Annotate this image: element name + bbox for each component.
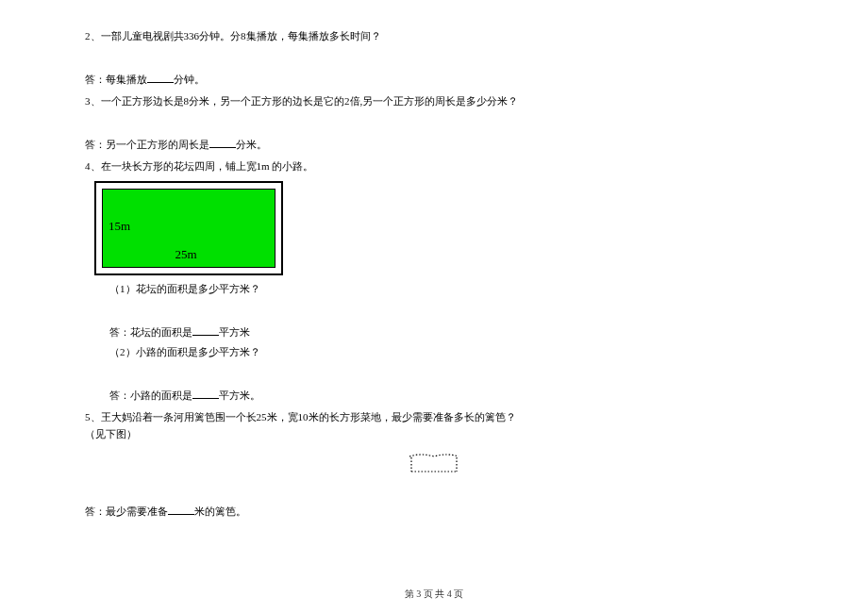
question-3: 3、一个正方形边长是8分米，另一个正方形的边长是它的2倍,另一个正方形的周长是多… [85, 93, 783, 153]
question-5-text: 5、王大妈沿着一条河用篱笆围一个长25米，宽10米的长方形菜地，最少需要准备多长… [85, 409, 783, 426]
question-5-see-below: （见下图） [85, 426, 783, 443]
q3-blank[interactable] [209, 137, 236, 148]
q4-sub1-answer-suffix: 平方米 [219, 326, 250, 338]
dimension-height-label: 15m [108, 217, 130, 237]
question-5: 5、王大妈沿着一条河用篱笆围一个长25米，宽10米的长方形菜地，最少需要准备多长… [85, 409, 783, 520]
question-2: 2、一部儿童电视剧共336分钟。分8集播放，每集播放多长时间？ 答：每集播放分钟… [85, 28, 783, 88]
q2-blank[interactable] [147, 72, 174, 83]
q5-blank[interactable] [168, 504, 194, 515]
q4-sub2-answer-prefix: 答：小路的面积是 [109, 389, 192, 401]
question-2-answer: 答：每集播放分钟。 [85, 72, 783, 89]
question-5-answer: 答：最少需要准备米的篱笆。 [85, 504, 783, 521]
q3-answer-suffix: 分米。 [236, 139, 267, 150]
question-4: 4、在一块长方形的花坛四周，铺上宽1m 的小路。 15m 25m （1）花坛的面… [85, 158, 783, 404]
q5-answer-prefix: 答：最少需要准备 [85, 505, 168, 517]
q4-sub2-answer: 答：小路的面积是平方米。 [85, 388, 783, 405]
garden-inner-rect: 15m 25m [102, 189, 275, 268]
page-footer: 第 3 页 共 4 页 [0, 587, 868, 602]
fence-svg [408, 451, 460, 477]
fence-top-wave [409, 455, 459, 456]
q4-sub1-blank[interactable] [192, 324, 219, 336]
dimension-width-label: 25m [175, 245, 196, 265]
question-3-text: 3、一个正方形边长是8分米，另一个正方形的边长是它的2倍,另一个正方形的周长是多… [85, 93, 783, 110]
q4-sub1-question: （1）花坛的面积是多少平方米？ [85, 281, 783, 298]
q4-sub1-answer: 答：花坛的面积是平方米 [85, 324, 783, 341]
q2-answer-suffix: 分钟。 [174, 74, 205, 85]
q4-sub1-answer-prefix: 答：花坛的面积是 [109, 326, 192, 338]
q3-answer-prefix: 答：另一个正方形的周长是 [85, 139, 209, 150]
q4-sub2-blank[interactable] [192, 388, 219, 399]
fence-diagram [408, 451, 460, 477]
q4-sub2-answer-suffix: 平方米。 [219, 389, 260, 401]
q5-answer-suffix: 米的篱笆。 [194, 505, 246, 517]
q2-answer-prefix: 答：每集播放 [85, 74, 147, 85]
question-2-text: 2、一部儿童电视剧共336分钟。分8集播放，每集播放多长时间？ [85, 28, 783, 45]
question-4-text: 4、在一块长方形的花坛四周，铺上宽1m 的小路。 [85, 158, 783, 175]
question-3-answer: 答：另一个正方形的周长是分米。 [85, 137, 783, 154]
q4-sub2-question: （2）小路的面积是多少平方米？ [85, 344, 783, 361]
garden-diagram: 15m 25m [94, 181, 283, 275]
